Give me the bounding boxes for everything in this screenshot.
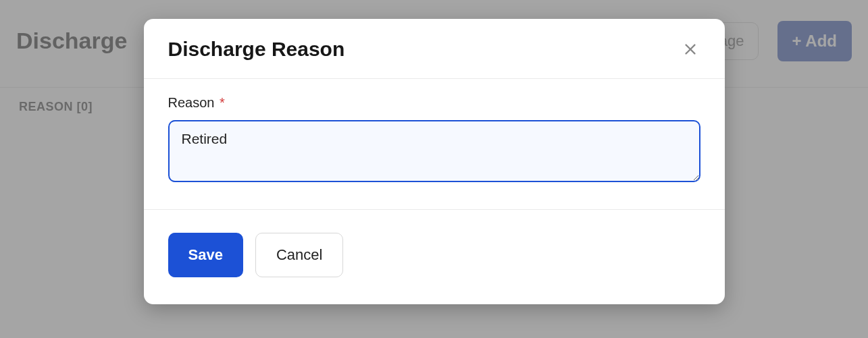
reason-label: Reason * [168,95,700,111]
modal-overlay[interactable]: Discharge Reason Reason * Save Cancel [0,0,868,338]
modal-body: Reason * [144,79,725,209]
required-indicator: * [220,95,225,110]
reason-label-text: Reason [168,95,215,110]
save-button[interactable]: Save [168,233,243,277]
cancel-button[interactable]: Cancel [255,233,343,277]
close-icon [683,42,698,57]
modal-footer: Save Cancel [144,209,725,304]
reason-input[interactable] [168,120,700,182]
modal-title: Discharge Reason [168,38,345,61]
discharge-reason-modal: Discharge Reason Reason * Save Cancel [144,19,725,304]
modal-header: Discharge Reason [144,19,725,79]
close-button[interactable] [680,39,700,59]
